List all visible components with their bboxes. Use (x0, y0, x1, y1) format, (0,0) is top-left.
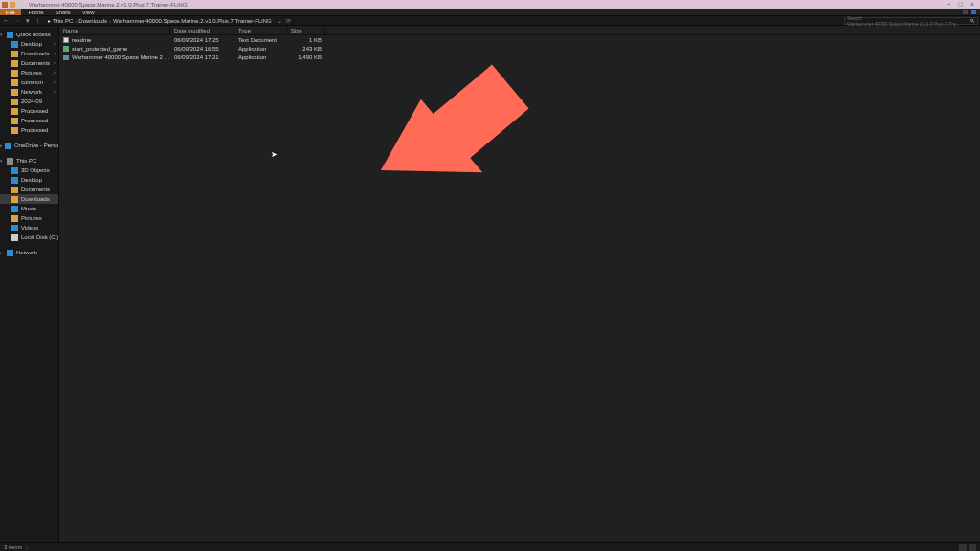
file-size: 1,490 KB (287, 53, 325, 61)
pin-icon: 📌︎ (52, 41, 56, 47)
sidebar-quick-item[interactable]: 2024-09 (0, 97, 58, 106)
pin-icon: 📌︎ (52, 51, 56, 56)
folder-icon (11, 108, 18, 115)
search-input[interactable]: Search Warhammer.40000.Space.Marine.2.v1… (844, 17, 978, 25)
minimize-button[interactable]: − (947, 1, 951, 8)
sidebar-quick-item[interactable]: Desktop📌︎ (0, 39, 58, 49)
column-size[interactable]: Size (287, 26, 325, 34)
sidebar-onedrive[interactable]: ▸ OneDrive - Personal (0, 141, 58, 150)
sidebar-item-label: Videos (21, 225, 38, 231)
share-tab[interactable]: Share (50, 9, 77, 15)
folder-icon (11, 167, 18, 174)
network-icon (7, 250, 13, 256)
breadcrumb-item-2[interactable]: Warhammer.40000.Space.Marine.2.v1.0.Plus… (113, 18, 272, 24)
file-name: Warhammer 40000 Space Marine 2 v1.0 Plus… (72, 55, 170, 60)
folder-icon (11, 41, 18, 48)
sidebar-item-label: Documents (21, 187, 50, 192)
column-type[interactable]: Type (234, 26, 287, 34)
file-icon (63, 46, 69, 52)
file-row[interactable]: readme06/09/2024 17:25Text Document1 KB (59, 35, 980, 44)
titlebar: Warhammer.40000.Space.Marine.2.v1.0.Plus… (0, 0, 980, 9)
folder-icon (11, 60, 18, 67)
file-list: readme06/09/2024 17:25Text Document1 KBs… (59, 35, 980, 61)
thumbnails-view-icon[interactable] (969, 544, 976, 551)
file-row[interactable]: start_protected_game06/09/2024 16:55Appl… (59, 44, 980, 53)
sidebar-item-label: common (21, 79, 43, 85)
breadcrumb-dropdown[interactable]: ⌄ (278, 17, 282, 24)
mouse-cursor-icon: ➤ (271, 150, 278, 159)
folder-icon (11, 70, 18, 77)
breadcrumb-item-0[interactable]: This PC (53, 18, 73, 24)
refresh-icon[interactable]: ⟳ (286, 17, 291, 24)
sidebar-quick-item[interactable]: Documents📌︎ (0, 58, 58, 68)
home-tab[interactable]: Home (23, 9, 50, 15)
sidebar-pc-item[interactable]: Desktop (0, 175, 58, 185)
sidebar-item-label: Pictures (21, 70, 42, 76)
file-tab[interactable]: File (0, 9, 21, 15)
breadcrumb[interactable]: ▸ This PC › Downloads › Warhammer.40000.… (44, 17, 842, 24)
folder-icon (11, 215, 18, 222)
file-icon (63, 55, 69, 60)
sidebar-pc-item[interactable]: Local Disk (C:) (0, 232, 58, 242)
sidebar-item-label: Music (21, 206, 36, 211)
maximize-button[interactable]: □ (959, 1, 963, 8)
sidebar-quick-item[interactable]: Processed (0, 106, 58, 116)
details-view-icon[interactable] (959, 544, 967, 551)
sidebar-label: This PC (16, 158, 36, 164)
folder-icon (11, 99, 18, 105)
back-button[interactable]: ← (2, 17, 11, 25)
sidebar-quick-item[interactable]: Downloads📌︎ (0, 49, 58, 58)
pin-icon: 📌︎ (52, 60, 56, 66)
sidebar-item-label: Processed (21, 127, 48, 133)
file-size: 1 KB (287, 35, 325, 44)
folder-icon (11, 177, 18, 184)
sidebar: ▾ Quick access Desktop📌︎Downloads📌︎Docum… (0, 26, 59, 542)
recent-button[interactable]: ▾ (23, 17, 32, 25)
breadcrumb-root-icon[interactable]: ▸ (48, 17, 51, 24)
pc-icon (7, 158, 13, 165)
sidebar-quick-item[interactable]: Network📌︎ (0, 87, 58, 97)
sidebar-pc-item[interactable]: 3D Objects (0, 165, 58, 175)
close-button[interactable]: × (970, 1, 974, 8)
sidebar-item-label: Local Disk (C:) (21, 234, 58, 240)
sidebar-pc-item[interactable]: Music (0, 204, 58, 213)
sidebar-pc-item[interactable]: Documents (0, 185, 58, 194)
file-row[interactable]: Warhammer 40000 Space Marine 2 v1.0 Plus… (59, 53, 980, 61)
ribbon-help-icon[interactable] (963, 10, 968, 14)
sidebar-pc-item[interactable]: Videos (0, 223, 58, 232)
file-type: Text Document (234, 35, 287, 44)
column-name[interactable]: Name (59, 26, 170, 34)
sidebar-quick-item[interactable]: Pictures📌︎ (0, 68, 58, 77)
file-name: readme (72, 37, 91, 43)
sidebar-network[interactable]: ▸ Network (0, 248, 58, 257)
file-date: 06/09/2024 16:55 (170, 44, 234, 53)
pin-icon: 📌︎ (52, 89, 56, 95)
sidebar-quick-access[interactable]: ▾ Quick access (0, 30, 58, 39)
search-icon[interactable]: 🔍︎ (969, 18, 975, 24)
star-icon (7, 32, 13, 38)
sidebar-quick-item[interactable]: common📌︎ (0, 77, 58, 87)
file-size: 243 KB (287, 44, 325, 53)
sidebar-quick-item[interactable]: Processed (0, 116, 58, 125)
view-tab[interactable]: View (77, 9, 100, 15)
breadcrumb-item-1[interactable]: Downloads (78, 18, 107, 24)
chevron-right-icon: › (109, 18, 111, 24)
up-button[interactable]: ↑ (33, 17, 42, 25)
folder-icon (11, 118, 18, 124)
forward-button[interactable]: → (12, 17, 21, 25)
sidebar-pc-item[interactable]: Pictures (0, 213, 58, 223)
sidebar-pc-item[interactable]: Downloads (0, 194, 58, 204)
folder-icon (10, 2, 15, 8)
column-date[interactable]: Date modified (170, 26, 234, 34)
sidebar-item-label: Desktop (21, 41, 42, 47)
folder-icon (11, 51, 18, 57)
navbar: ← → ▾ ↑ ▸ This PC › Downloads › Warhamme… (0, 16, 980, 26)
sidebar-this-pc[interactable]: ▾ This PC (0, 156, 58, 165)
file-date: 06/09/2024 17:21 (170, 53, 234, 61)
pin-icon: 📌︎ (52, 70, 56, 76)
sidebar-item-label: Documents (21, 60, 50, 66)
sidebar-quick-item[interactable]: Processed (0, 125, 58, 135)
pin-icon: 📌︎ (52, 79, 56, 85)
ribbon: File Home Share View (0, 9, 980, 16)
ribbon-expand-icon[interactable] (971, 10, 976, 14)
